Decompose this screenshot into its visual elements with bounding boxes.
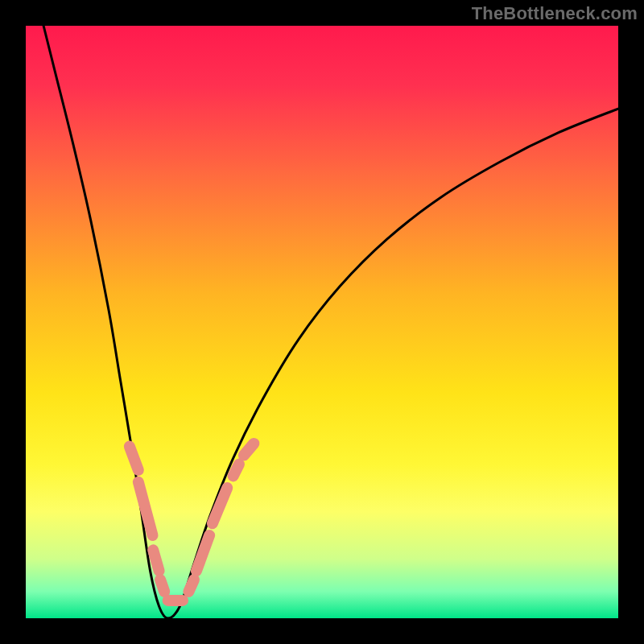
bottleneck-curve [43, 26, 618, 618]
highlight-segment [130, 447, 138, 470]
chart-frame: TheBottleneck.com [0, 0, 644, 644]
highlight-segment [233, 464, 239, 477]
highlight-segment [160, 580, 164, 592]
highlight-segments [130, 444, 254, 601]
highlight-segment [244, 444, 254, 456]
highlight-segment [188, 580, 194, 592]
plot-area [26, 26, 618, 618]
highlight-segment [153, 550, 159, 571]
highlight-segment [213, 488, 227, 523]
curve-layer [26, 26, 618, 618]
highlight-segment [138, 482, 153, 535]
watermark-text: TheBottleneck.com [472, 3, 638, 24]
highlight-segment [196, 535, 209, 571]
